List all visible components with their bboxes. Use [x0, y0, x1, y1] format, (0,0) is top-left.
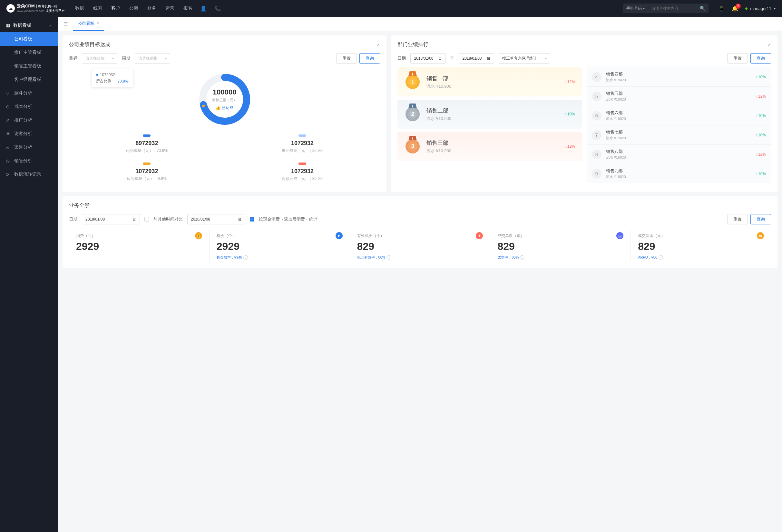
expand-icon[interactable]: ⤢ — [767, 42, 771, 47]
kpi-card: 有效机会（个）✦829机会有效率：80% ? — [350, 230, 491, 262]
query-button[interactable]: 查询 — [750, 53, 771, 64]
sidebar-sub-1[interactable]: 推广主管看板 — [0, 46, 58, 59]
logo[interactable]: ☁ 云朵CRM | 教育机构一站 www.yunduocrm.com 式服务云平… — [6, 4, 65, 13]
search-type-select[interactable]: 手机号码▾ — [623, 4, 648, 13]
expand-icon[interactable]: ⤢ — [376, 42, 380, 47]
rank-row: 6销售六部流水 ¥19020↑ 10% — [586, 106, 771, 126]
help-icon[interactable]: ? — [659, 255, 663, 260]
rank-card-3: 3销售三部流水 ¥10,900↓ 12% — [397, 132, 582, 161]
cash-checkbox[interactable] — [250, 217, 254, 221]
rank-card-2: 2销售二部流水 ¥10,900↑ 10% — [397, 100, 582, 129]
kpi-icon: ▭ — [757, 232, 764, 239]
biz-date2[interactable]: 2018/01/08🗓 — [187, 214, 245, 224]
kpi-icon: ▤ — [616, 232, 624, 239]
kpi-card: 机会（个）➤2929机会成本：¥948 ? — [210, 230, 350, 262]
target-stat: 8972932已完成量（元）|70.9% — [69, 130, 225, 158]
dashboard-icon: ▦ — [6, 23, 10, 28]
kpi-card: 消费（元）💰2929 — [69, 230, 210, 262]
reset-button[interactable]: 重置 — [727, 214, 748, 224]
rank-row: 8销售八部流水 ¥19020↓ 12% — [586, 145, 771, 164]
sidebar-group-dashboard[interactable]: ▦数据看板 ︿ — [0, 19, 58, 32]
user-menu[interactable]: manager11▾ — [745, 6, 776, 11]
rank-date-from[interactable]: 2018/01/08🗓 — [410, 53, 446, 64]
nav-icon: 👁 — [6, 131, 11, 136]
nav-报名[interactable]: 报名 — [183, 5, 192, 11]
target-stat: 1072932应完成量（元）|8.9% — [69, 158, 225, 186]
search-icon[interactable]: 🔍 — [697, 6, 709, 11]
nav-icon: ◎ — [6, 158, 11, 164]
kpi-card: 成交流水（元）▭829ARPU：¥80 ? — [631, 230, 771, 262]
help-icon[interactable]: ? — [520, 255, 525, 260]
nav-线索[interactable]: 线索 — [93, 5, 102, 11]
calendar-icon: 🗓 — [487, 56, 491, 61]
call-icon[interactable]: 📞 — [214, 5, 221, 11]
help-icon[interactable]: ? — [243, 255, 248, 260]
topbar: ☁ 云朵CRM | 教育机构一站 www.yunduocrm.com 式服务云平… — [0, 0, 782, 17]
query-button[interactable]: 查询 — [750, 214, 771, 224]
close-icon[interactable]: ✕ — [96, 21, 99, 26]
rank-card-1: 1销售一部流水 ¥10,900↓ 12% — [397, 67, 582, 96]
kpi-icon: ✦ — [476, 232, 483, 239]
chart-tooltip: 1072932 所占比例: 70.9% — [92, 69, 133, 87]
panel-rank: 部门业绩排行 ⤢ 日期 2018/01/08🗓 至 2018/01/08🗓 按工… — [391, 35, 778, 192]
calendar-icon: 🗓 — [438, 56, 442, 61]
calendar-icon: 🗓 — [133, 217, 136, 221]
medal-icon: 1 — [404, 74, 421, 90]
medal-icon: 2 — [404, 106, 421, 122]
search: 手机号码▾ 🔍 — [623, 4, 709, 13]
tab-bar: ☰ 公司看板✕ — [58, 17, 782, 31]
sidebar-sub-2[interactable]: 销售主管看板 — [0, 59, 58, 73]
compare-checkbox[interactable] — [144, 217, 149, 221]
logo-icon: ☁ — [6, 4, 15, 12]
target-stat: 1072932未完成量（元）|20.9% — [225, 130, 380, 158]
nav-客户[interactable]: 客户 — [111, 5, 120, 11]
rank-groupby-select[interactable]: 按工单客户经理统计▾ — [499, 53, 550, 64]
nav-公海[interactable]: 公海 — [129, 5, 138, 11]
search-input[interactable] — [648, 6, 697, 11]
sidebar-item-2[interactable]: ↗推广分析 — [0, 113, 58, 127]
notification-bell[interactable]: 🔔5 — [732, 5, 738, 11]
rank-date-to[interactable]: 2018/01/08🗓 — [459, 53, 494, 64]
rank-row: 7销售七部流水 ¥19020↑ 10% — [586, 126, 771, 145]
tab-company-dashboard[interactable]: 公司看板✕ — [73, 17, 104, 31]
calendar-icon: 🗓 — [238, 217, 242, 221]
nav-数据[interactable]: 数据 — [75, 5, 84, 11]
nav-财务[interactable]: 财务 — [147, 5, 156, 11]
nav-icon: ∞ — [6, 145, 11, 150]
thumbs-up-icon: 👍 — [216, 106, 220, 110]
sidebar-sub-3[interactable]: 客户经理看板 — [0, 73, 58, 86]
user-icon[interactable]: 👤 — [200, 5, 207, 11]
nav-icon: ↗ — [6, 118, 11, 123]
sidebar-item-4[interactable]: ∞渠道分析 — [0, 141, 58, 154]
reset-button[interactable]: 重置 — [336, 53, 357, 64]
reset-button[interactable]: 重置 — [727, 53, 748, 64]
sidebar-item-5[interactable]: ◎销售分析 — [0, 154, 58, 168]
sidebar-sub-0[interactable]: 公司看板 — [0, 32, 58, 46]
phone-icon[interactable]: 📱 — [718, 5, 724, 11]
sidebar-item-0[interactable]: ▽漏斗分析 — [0, 86, 58, 100]
biz-date[interactable]: 2018/01/08🗓 — [82, 214, 140, 224]
help-icon[interactable]: ? — [387, 255, 391, 260]
rank-row: 5销售五部流水 ¥19020↓ 12% — [586, 87, 771, 106]
target-goal-select[interactable]: 请选择目标▾ — [82, 53, 117, 64]
sidebar-item-1[interactable]: ⊙成本分析 — [0, 100, 58, 113]
kpi-icon: 💰 — [195, 232, 202, 239]
target-donut-chart: 100000 目标总量（元） 👍已达成 — [197, 72, 252, 127]
collapse-icon[interactable]: ☰ — [61, 21, 71, 27]
target-period-select[interactable]: 请选择周期▾ — [135, 53, 170, 64]
medal-icon: 3 — [404, 138, 421, 154]
top-nav: 数据线索客户公海财务运营报名 — [75, 5, 192, 11]
kpi-icon: ➤ — [335, 232, 343, 239]
sidebar-item-3[interactable]: 👁访客分析 — [0, 127, 58, 141]
panel-business: 业务全景 日期 2018/01/08🗓 与其他时间对比 2018/01/08🗓 … — [63, 197, 778, 268]
nav-icon: ⟳ — [6, 172, 11, 177]
kpi-card: 成交单数（单）▤829成交率：80% ? — [490, 230, 631, 262]
panel-target: 公司业绩目标达成 ⤢ 目标 请选择目标▾ 周期 请选择周期▾ 重置 查询 — [63, 35, 387, 192]
sidebar-item-6[interactable]: ⟳数据流转记录 — [0, 168, 58, 181]
query-button[interactable]: 查询 — [359, 53, 380, 64]
status-dot — [745, 7, 747, 10]
nav-运营[interactable]: 运营 — [165, 5, 174, 11]
rank-row: 9销售九部流水 ¥19020↑ 10% — [586, 164, 771, 183]
target-stat: 1072932超额完成（元）|89.9% — [225, 158, 380, 186]
chevron-up-icon: ︿ — [49, 23, 52, 28]
